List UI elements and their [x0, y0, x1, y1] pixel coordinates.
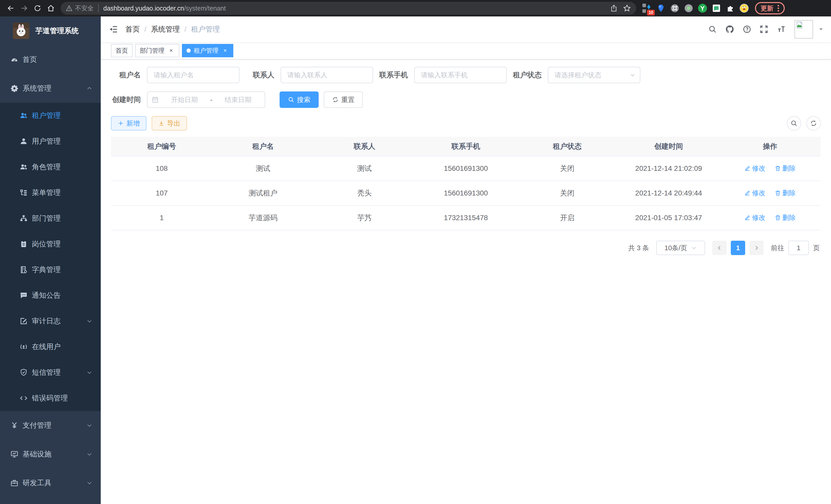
- sidebar-item-label: 错误码管理: [32, 393, 68, 403]
- header-search-icon[interactable]: [708, 25, 717, 34]
- prev-page-button[interactable]: [712, 241, 727, 255]
- extension-icon-1[interactable]: 10: [642, 4, 652, 13]
- browser-menu-icon[interactable]: [778, 5, 779, 11]
- delete-link-label: 删除: [782, 164, 796, 173]
- sidebar-item-role[interactable]: 角色管理: [0, 154, 101, 180]
- sidebar-item-home[interactable]: 首页: [0, 45, 101, 74]
- add-button[interactable]: 新增: [111, 116, 146, 130]
- sidebar-item-dict[interactable]: 字典管理: [0, 257, 101, 283]
- tab-close-icon[interactable]: ×: [168, 47, 175, 54]
- help-icon[interactable]: [743, 25, 751, 34]
- page-size-select[interactable]: 10条/页: [656, 241, 705, 255]
- cell-created: 2021-12-14 21:02:09: [618, 156, 719, 181]
- tab-tenant[interactable]: 租户管理 ×: [182, 44, 233, 57]
- sidebar-item-post[interactable]: 岗位管理: [0, 231, 101, 257]
- tab-dept[interactable]: 部门管理 ×: [135, 44, 179, 57]
- fullscreen-icon[interactable]: [760, 25, 768, 34]
- browser-reload-button[interactable]: [31, 2, 44, 15]
- dict-book-icon: [20, 266, 28, 274]
- extension-icon-6[interactable]: [712, 4, 721, 13]
- mobile-input[interactable]: [414, 67, 507, 83]
- bookmark-star-icon[interactable]: [623, 4, 631, 12]
- sidebar-item-online-user[interactable]: 在线用户: [0, 334, 101, 360]
- sidebar-item-tenant[interactable]: 租户管理: [0, 103, 101, 128]
- online-user-icon: [20, 343, 28, 351]
- breadcrumb-item[interactable]: 首页: [125, 24, 140, 34]
- goto-page-input[interactable]: [789, 241, 809, 255]
- github-icon[interactable]: [725, 25, 735, 34]
- edit-link[interactable]: 修改: [744, 213, 766, 222]
- sidebar-item-pay[interactable]: 支付管理: [0, 411, 101, 440]
- address-bar[interactable]: 不安全 dashboard.yudao.iocoder.cn/system/te…: [61, 2, 636, 14]
- sidebar-item-dept[interactable]: 部门管理: [0, 206, 101, 231]
- font-size-icon[interactable]: [776, 25, 786, 34]
- status-select[interactable]: 请选择租户状态: [548, 67, 640, 83]
- chevron-down-icon: [86, 422, 92, 428]
- delete-link[interactable]: 删除: [775, 188, 796, 198]
- sidebar-item-system[interactable]: 系统管理: [0, 74, 101, 103]
- toggle-search-button[interactable]: [787, 116, 801, 130]
- sidebar-item-infra[interactable]: 基础设施: [0, 440, 101, 469]
- app-header: 首页 / 系统管理 / 租户管理: [101, 17, 831, 42]
- share-icon[interactable]: [610, 4, 618, 12]
- trash-icon: [775, 165, 781, 171]
- tenant-name-input[interactable]: [147, 67, 239, 83]
- tenant-page: 租户名 联系人 联系手机 租户状态 请选择租户状态: [101, 60, 831, 504]
- sidebar-item-label: 岗位管理: [32, 239, 61, 249]
- refresh-table-button[interactable]: [806, 116, 821, 130]
- breadcrumb: 首页 / 系统管理 / 租户管理: [125, 24, 220, 34]
- browser-back-button[interactable]: [4, 2, 18, 15]
- update-label: 更新: [761, 4, 773, 12]
- next-page-button[interactable]: [749, 241, 764, 255]
- browser-update-button[interactable]: 更新: [755, 2, 785, 14]
- delete-link[interactable]: 删除: [775, 164, 796, 173]
- browser-forward-button[interactable]: [18, 2, 31, 15]
- page-number-1[interactable]: 1: [731, 241, 745, 255]
- tab-home[interactable]: 首页: [111, 44, 133, 57]
- tab-label: 租户管理: [194, 47, 219, 55]
- date-start-placeholder: 开始日期: [162, 95, 207, 104]
- search-button[interactable]: 搜索: [280, 91, 319, 108]
- cell-created: 2021-12-14 20:49:44: [618, 181, 719, 206]
- sidebar-logo[interactable]: 芋道管理系统: [0, 17, 101, 45]
- reset-button[interactable]: 重置: [324, 91, 363, 108]
- delete-link[interactable]: 删除: [775, 213, 796, 222]
- profile-avatar-icon[interactable]: [740, 4, 749, 13]
- extension-icon-5[interactable]: [698, 4, 707, 13]
- sidebar-item-user[interactable]: 用户管理: [0, 128, 101, 154]
- tree-icon: [20, 188, 28, 197]
- sidebar-item-devtool[interactable]: 研发工具: [0, 469, 101, 497]
- date-range-picker[interactable]: 开始日期 - 结束日期: [147, 91, 265, 108]
- tenant-name-label: 租户名: [111, 70, 147, 80]
- user-icon: [20, 137, 28, 145]
- broken-image-icon: [796, 21, 803, 29]
- avatar-caret-icon[interactable]: [818, 26, 824, 32]
- briefcase-icon: [10, 479, 19, 487]
- sidebar-item-error-code[interactable]: 错误码管理: [0, 385, 101, 411]
- extensions-puzzle-icon[interactable]: [726, 4, 735, 13]
- extension-icon-3[interactable]: [670, 4, 679, 13]
- breadcrumb-item[interactable]: 系统管理: [151, 24, 180, 34]
- cell-status: 关闭: [516, 156, 618, 181]
- sidebar-item-notice[interactable]: 通知公告: [0, 283, 101, 308]
- tab-close-icon[interactable]: ×: [222, 47, 229, 54]
- site-security[interactable]: 不安全: [66, 4, 99, 12]
- edit-link[interactable]: 修改: [744, 164, 766, 173]
- extension-square-top: [642, 4, 646, 7]
- sidebar-collapse-icon[interactable]: [109, 25, 118, 34]
- sidebar-item-menu[interactable]: 菜单管理: [0, 180, 101, 206]
- edit-link[interactable]: 修改: [744, 188, 766, 198]
- contact-input[interactable]: [281, 67, 373, 83]
- sidebar: 芋道管理系统 首页 系统管理 租户管理 用户管理 角色管理: [0, 17, 101, 504]
- pagination-total: 共 3 条: [628, 243, 649, 253]
- browser-home-button[interactable]: [44, 2, 58, 15]
- calendar-icon: [152, 96, 159, 103]
- user-avatar[interactable]: [795, 20, 813, 38]
- sidebar-item-sms[interactable]: 短信管理: [0, 360, 101, 385]
- extension-badge: 10: [647, 10, 655, 16]
- export-button[interactable]: 导出: [152, 116, 187, 130]
- extension-icon-4[interactable]: [684, 4, 693, 13]
- sidebar-item-audit-log[interactable]: 审计日志: [0, 308, 101, 334]
- extension-icon-2[interactable]: [656, 4, 665, 13]
- cell-tenant-id: 108: [111, 156, 212, 181]
